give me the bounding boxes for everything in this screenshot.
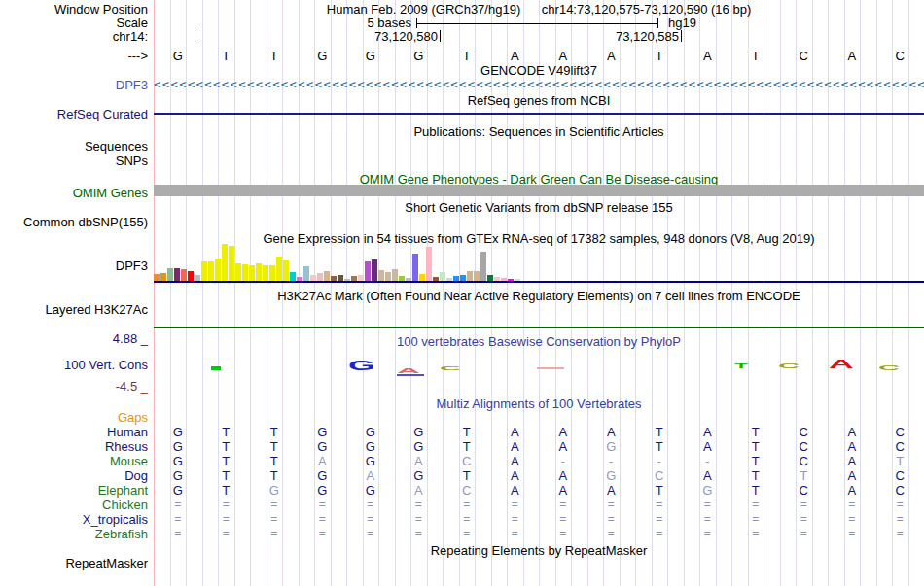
species-label[interactable]: Zebrafish xyxy=(0,527,148,541)
repeatmasker-label[interactable]: RepeatMasker xyxy=(0,556,148,570)
alignment-base: = xyxy=(319,512,326,526)
alignment-base: = xyxy=(752,498,759,511)
alignment-row-chicken[interactable]: Chicken================ xyxy=(0,498,924,512)
alignment-base: - xyxy=(561,454,565,468)
alignment-base: T xyxy=(752,468,760,483)
alignment-base: = xyxy=(656,498,662,511)
alignment-row-rhesus[interactable]: RhesusGTTGGGTAAGTATCAC xyxy=(0,439,924,454)
alignment-base: = xyxy=(752,527,759,540)
alignment-base: = xyxy=(415,512,422,526)
alignment-base: A xyxy=(414,483,423,498)
alignment-base: = xyxy=(897,527,904,540)
alignment-base: A xyxy=(607,425,616,439)
alignment-base: = xyxy=(608,512,615,526)
alignment-base: G xyxy=(366,425,375,439)
alignment-base: = xyxy=(559,498,566,511)
alignment-base: G xyxy=(413,468,423,483)
alignment-row-mouse[interactable]: MouseGTTAGACA----TCAT xyxy=(0,454,924,468)
species-label[interactable]: Elephant xyxy=(0,483,148,498)
alignment-base: G xyxy=(317,425,327,439)
alignment-base: A xyxy=(847,454,856,468)
alignment-base: A xyxy=(414,454,423,468)
alignment-base: = xyxy=(559,512,566,526)
alignment-base: C xyxy=(896,425,905,439)
alignment-base: G xyxy=(413,425,423,439)
alignment-base: G xyxy=(366,439,375,454)
alignment-base: A xyxy=(847,425,856,439)
alignment-base: G xyxy=(317,439,327,454)
alignment-base: T xyxy=(270,454,278,468)
alignment-base: = xyxy=(800,512,807,526)
alignment-base: G xyxy=(606,439,616,454)
alignment-base: = xyxy=(174,527,181,540)
alignment-base: T xyxy=(656,439,663,454)
alignment-base: = xyxy=(270,527,277,540)
alignment-base: T xyxy=(222,439,230,454)
species-label[interactable]: Rhesus xyxy=(0,439,148,454)
alignment-base: = xyxy=(512,527,518,540)
alignment-base: G xyxy=(173,425,183,439)
alignment-base: A xyxy=(607,483,616,498)
repeatmasker-track-title: Repeating Elements by RepeatMasker xyxy=(154,543,924,558)
alignment-base: = xyxy=(367,498,373,511)
species-label[interactable]: Gaps xyxy=(0,410,148,425)
alignment-base: = xyxy=(463,512,470,526)
alignment-base: = xyxy=(415,498,422,511)
alignment-base: G xyxy=(366,454,375,468)
alignment-row-dog[interactable]: DogGTTGAGTAAGCATTAC xyxy=(0,468,924,483)
alignment-base: = xyxy=(512,498,518,511)
alignment-base: A xyxy=(703,425,712,439)
alignment-base: C xyxy=(896,483,905,498)
alignment-base: = xyxy=(415,527,422,540)
alignment-base: G xyxy=(317,468,327,483)
species-label[interactable]: Chicken xyxy=(0,498,148,512)
alignment-base: T xyxy=(656,483,663,498)
species-label[interactable]: Mouse xyxy=(0,454,148,468)
alignment-base: - xyxy=(657,454,661,468)
alignment-base: A xyxy=(847,439,856,454)
alignment-base: T xyxy=(752,425,760,439)
alignment-base: G xyxy=(702,483,712,498)
alignment-base: A xyxy=(703,439,712,454)
alignment-base: = xyxy=(367,512,373,526)
alignment-row-human[interactable]: HumanGTTGGGTAAATATCAC xyxy=(0,425,924,439)
alignment-base: C xyxy=(462,454,471,468)
alignment-base: = xyxy=(319,527,326,540)
alignment-row-gaps[interactable]: Gaps xyxy=(0,410,924,425)
alignment-base: = xyxy=(223,527,230,540)
alignment-base: G xyxy=(269,483,279,498)
alignment-base: = xyxy=(897,512,904,526)
alignment-base: G xyxy=(317,483,327,498)
alignment-base: = xyxy=(752,512,759,526)
alignment-base: A xyxy=(847,468,856,483)
alignment-row-x_tropicalis[interactable]: X_tropicalis================ xyxy=(0,512,924,527)
alignment-base: = xyxy=(608,527,615,540)
alignment-base: A xyxy=(703,468,712,483)
alignment-base: T xyxy=(463,439,471,454)
alignment-base: C xyxy=(462,483,471,498)
alignment-base: T xyxy=(222,454,230,468)
alignment-base: = xyxy=(223,512,230,526)
alignment-row-zebrafish[interactable]: Zebrafish================ xyxy=(0,527,924,541)
alignment-base: C xyxy=(800,439,808,454)
species-label[interactable]: Dog xyxy=(0,468,148,483)
alignment-base: = xyxy=(656,527,662,540)
alignment-base: A xyxy=(511,454,519,468)
species-label[interactable]: X_tropicalis xyxy=(0,512,148,527)
alignment-base: G xyxy=(173,454,183,468)
alignment-row-elephant[interactable]: ElephantGTGGGACAAATGTCAC xyxy=(0,483,924,498)
alignment-base: = xyxy=(367,527,373,540)
alignment-base: T xyxy=(752,483,760,498)
alignment-base: A xyxy=(558,483,567,498)
alignment-base: = xyxy=(319,498,326,511)
alignment-base: = xyxy=(512,512,518,526)
alignment-base: = xyxy=(656,512,662,526)
species-label[interactable]: Human xyxy=(0,425,148,439)
alignment-base: C xyxy=(655,468,663,483)
alignment-base: = xyxy=(704,527,711,540)
alignment-base: = xyxy=(559,527,566,540)
alignment-base: C xyxy=(800,454,808,468)
alignment-base: T xyxy=(463,425,471,439)
alignment-base: G xyxy=(366,483,375,498)
alignment-base: A xyxy=(511,439,519,454)
